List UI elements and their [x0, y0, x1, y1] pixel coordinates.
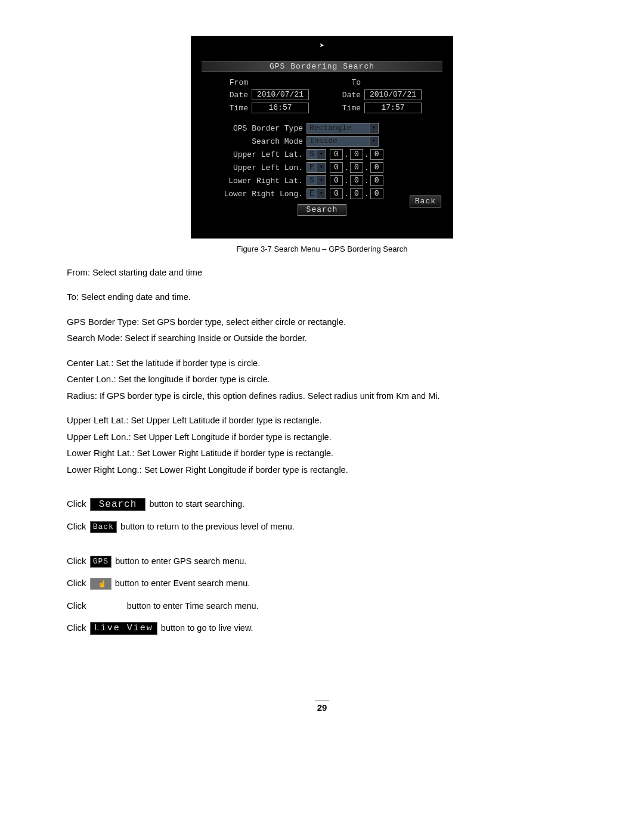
hemisphere-select[interactable]: E▾ — [306, 162, 326, 173]
coord-row: Upper Left Lon.E▾0.0.0 — [202, 162, 442, 173]
coord-field[interactable]: 0 — [330, 149, 343, 160]
page-number: 29 — [67, 701, 577, 713]
term: GPS Border Type: — [67, 317, 139, 327]
hemisphere-select[interactable]: S▾ — [306, 149, 326, 160]
coord-field[interactable]: 0 — [330, 162, 343, 173]
coord-field[interactable]: 0 — [350, 188, 363, 199]
chevron-down-icon: ▾ — [317, 176, 326, 185]
coord-label: Lower Right Long. — [202, 190, 306, 199]
coord-row: Lower Right Long.E▾0.0.0 — [202, 188, 442, 199]
inline-event-button[interactable]: ☝ — [90, 578, 112, 590]
chevron-down-icon: ▾ — [317, 189, 326, 199]
chevron-down-icon: ▾ — [317, 163, 326, 172]
coord-field[interactable]: 0 — [370, 175, 383, 186]
term: Upper Left Lon.: — [67, 432, 131, 442]
inline-gps-button[interactable]: GPS — [90, 556, 112, 568]
from-time-label: Time — [202, 104, 248, 113]
figure-wrapper: ➤ GPS Bordering Search From Date 2010/07… — [67, 36, 577, 253]
search-mode-select[interactable]: Inside ▾ — [306, 136, 379, 147]
osd-screenshot: ➤ GPS Bordering Search From Date 2010/07… — [191, 36, 453, 239]
to-time-label: Time — [330, 104, 361, 113]
description-text: From: Select starting date and time To: … — [67, 265, 577, 635]
manual-page: ➤ GPS Bordering Search From Date 2010/07… — [0, 0, 644, 736]
hand-cursor-icon: ☝ — [98, 578, 107, 589]
term: From: — [67, 267, 90, 277]
chevron-down-icon: ▾ — [317, 150, 326, 159]
term: Center Lon.: — [67, 374, 116, 384]
term: To: — [67, 292, 79, 302]
from-date-field[interactable]: 2010/07/21 — [252, 89, 309, 100]
term: Radius: — [67, 391, 97, 401]
inline-search-button[interactable]: Search — [90, 498, 146, 511]
coord-field[interactable]: 0 — [350, 175, 363, 186]
coord-field[interactable]: 0 — [330, 188, 343, 199]
hemisphere-select[interactable]: E▾ — [306, 188, 326, 199]
inline-back-button[interactable]: Back — [90, 521, 117, 533]
to-date-label: Date — [330, 91, 361, 100]
term: Lower Right Long.: — [67, 465, 142, 475]
inline-live-view-button[interactable]: Live View — [90, 622, 157, 635]
from-time-field[interactable]: 16:57 — [252, 103, 309, 113]
coord-field[interactable]: 0 — [370, 188, 383, 199]
border-type-label: GPS Border Type — [202, 124, 306, 133]
cursor-icon: ➤ — [320, 41, 324, 51]
coord-field[interactable]: 0 — [370, 149, 383, 160]
coord-field[interactable]: 0 — [330, 175, 343, 186]
back-button[interactable]: Back — [410, 196, 441, 208]
coord-field[interactable]: 0 — [370, 162, 383, 173]
chevron-down-icon: ▾ — [369, 123, 378, 133]
hemisphere-select[interactable]: S▾ — [306, 175, 326, 186]
term: Lower Right Lat.: — [67, 448, 134, 458]
coord-field[interactable]: 0 — [350, 162, 363, 173]
to-header: To — [330, 78, 361, 87]
coord-label: Lower Right Lat. — [202, 176, 306, 185]
coord-row: Lower Right Lat.S▾0.0.0 — [202, 175, 442, 186]
term: Upper Left Lat.: — [67, 415, 128, 425]
coord-row: Upper Left Lat.S▾0.0.0 — [202, 149, 442, 160]
osd-title: GPS Bordering Search — [202, 61, 442, 72]
from-date-label: Date — [202, 91, 248, 100]
coord-label: Upper Left Lat. — [202, 150, 306, 159]
to-time-field[interactable]: 17:57 — [364, 103, 422, 113]
search-button[interactable]: Search — [298, 204, 346, 216]
figure-caption: Figure 3-7 Search Menu – GPS Bordering S… — [237, 244, 408, 253]
coord-label: Upper Left Lon. — [202, 163, 306, 172]
chevron-down-icon: ▾ — [369, 137, 378, 146]
border-type-select[interactable]: Rectangle ▾ — [306, 123, 379, 134]
search-mode-label: Search Mode — [202, 137, 306, 146]
from-header: From — [202, 78, 248, 87]
to-date-field[interactable]: 2010/07/21 — [364, 89, 422, 100]
coord-field[interactable]: 0 — [350, 149, 363, 160]
term: Search Mode — [67, 333, 120, 343]
term: Center Lat.: — [67, 358, 113, 368]
